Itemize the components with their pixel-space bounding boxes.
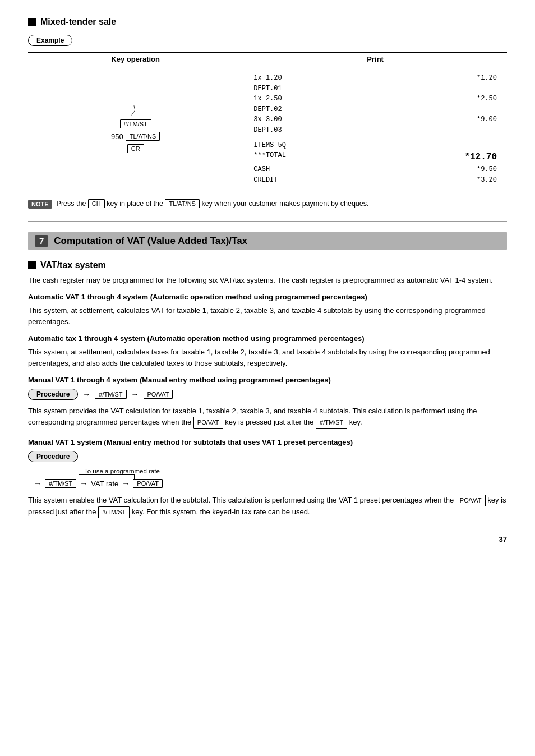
print-line-total: ***TOTAL *12.70 — [253, 150, 497, 164]
print-line-items: ITEMS 5Q — [253, 140, 497, 151]
note-box: NOTE Press the CH key in place of the TL… — [28, 199, 507, 209]
note-text: Press the CH key in place of the TL/AT/N… — [57, 199, 369, 208]
print-line-dept02: DEPT.02 — [253, 104, 497, 115]
example-tag: Example — [28, 35, 72, 46]
print-line-cash: CASH *9.50 — [253, 164, 497, 175]
procedure2-tag: Procedure — [28, 451, 78, 462]
print-line-3: 3x 3.00 *9.00 — [253, 114, 497, 125]
flow2-arrow-start: → — [34, 479, 41, 488]
key-operation-table: Key operation Print 〉 #/TM/ST 950 TL/AT/… — [28, 52, 507, 192]
vat-tax-subtitle: VAT/tax system — [28, 260, 507, 270]
value-950: 950 — [111, 132, 123, 141]
povat-key-flow2[interactable]: PO/VAT — [133, 479, 163, 488]
auto-vat-title: Automatic VAT 1 through 4 system (Automa… — [28, 292, 507, 303]
print-line-credit: CREDIT *3.20 — [253, 175, 497, 186]
povot-key-flow1[interactable]: PO/VAT — [144, 390, 173, 399]
povat-key-inline2[interactable]: PO/VAT — [456, 495, 486, 506]
section-number: 7 — [35, 235, 48, 247]
bracket-diagram: To use a programmed rate → #/TM/ST → VAT… — [34, 468, 507, 488]
bracket-label: To use a programmed rate — [84, 468, 160, 474]
tlat-ns-key[interactable]: TL/AT/NS — [126, 132, 160, 141]
section7-header: 7 Computation of VAT (Value Added Tax)/T… — [28, 232, 507, 250]
mixed-tender-title: Mixed-tender sale — [28, 17, 507, 27]
print-col: 1x 1.20 *1.20 DEPT.01 1x 2.50 *2.50 DEPT… — [243, 66, 507, 192]
auto-tax-title: Automatic tax 1 through 4 system (Automa… — [28, 333, 507, 344]
auto-vat-text: This system, at settlement, calculates V… — [28, 305, 507, 328]
manual-vat1-body-text: This system enables the VAT calculation … — [28, 495, 507, 518]
bracket-left — [34, 474, 135, 479]
manual-vat1-title: Manual VAT 1 system (Manual entry method… — [28, 437, 507, 448]
key-operations-col: 〉 #/TM/ST 950 TL/AT/NS CR — [28, 66, 243, 192]
divider — [28, 221, 507, 222]
flow-arrow1: → — [82, 390, 90, 399]
bracket-row — [34, 474, 135, 479]
note-tag: NOTE — [28, 200, 52, 209]
vat-rate-label-flow: VAT rate — [91, 480, 118, 488]
black-square-icon2 — [28, 261, 36, 269]
procedure1-tag: Procedure — [28, 389, 78, 400]
col-key-header: Key operation — [28, 53, 243, 66]
col-print-header: Print — [243, 53, 507, 66]
print-line-dept01: DEPT.01 — [253, 84, 497, 94]
print-line-2: 1x 2.50 *2.50 — [253, 94, 497, 104]
procedure2-tag-row: Procedure — [28, 451, 507, 462]
chevron-symbol: 〉 — [130, 105, 141, 116]
bracket-top-line — [79, 474, 135, 479]
auto-tax-text: This system, at settlement, calculates t… — [28, 347, 507, 369]
procedure2-diagram: To use a programmed rate → #/TM/ST → VAT… — [28, 468, 507, 488]
flow2-row: → #/TM/ST → VAT rate → PO/VAT — [34, 479, 163, 488]
print-line-1: 1x 1.20 *1.20 — [253, 73, 497, 84]
table-body: 〉 #/TM/ST 950 TL/AT/NS CR 1x 1.20 *1.20 … — [28, 66, 507, 192]
ch-key-note[interactable]: CH — [88, 199, 105, 208]
manual-vat-title: Manual VAT 1 through 4 system (Manual en… — [28, 375, 507, 386]
manual-vat-body-text: This system provides the VAT calculation… — [28, 405, 507, 428]
section7-title: Computation of VAT (Value Added Tax)/Tax — [54, 236, 247, 247]
hashtm-st-key-top[interactable]: #/TM/ST — [120, 119, 151, 128]
hashtm-key-inline1[interactable]: #/TM/ST — [316, 417, 347, 428]
page-number: 37 — [28, 535, 507, 543]
tlat-ns-key-note[interactable]: TL/AT/NS — [165, 199, 199, 208]
povat-key-inline1[interactable]: PO/VAT — [193, 417, 223, 428]
key-row-950: 950 TL/AT/NS — [111, 132, 160, 141]
hashtm-st-key-flow1[interactable]: #/TM/ST — [95, 390, 126, 399]
hashtm-key-inline2[interactable]: #/TM/ST — [98, 506, 130, 518]
print-line-dept03: DEPT.03 — [253, 125, 497, 136]
procedure1-row: Procedure → #/TM/ST → PO/VAT — [28, 389, 507, 400]
flow2-arrow2: → — [80, 479, 87, 488]
vat-intro-text: The cash register may be programmed for … — [28, 275, 507, 286]
flow2-arrow3: → — [122, 479, 130, 488]
cr-key[interactable]: CR — [127, 144, 144, 153]
hashtm-key-flow2[interactable]: #/TM/ST — [45, 479, 76, 488]
flow-arrow2: → — [131, 390, 139, 399]
black-square-icon — [28, 18, 36, 26]
table-header: Key operation Print — [28, 53, 507, 66]
